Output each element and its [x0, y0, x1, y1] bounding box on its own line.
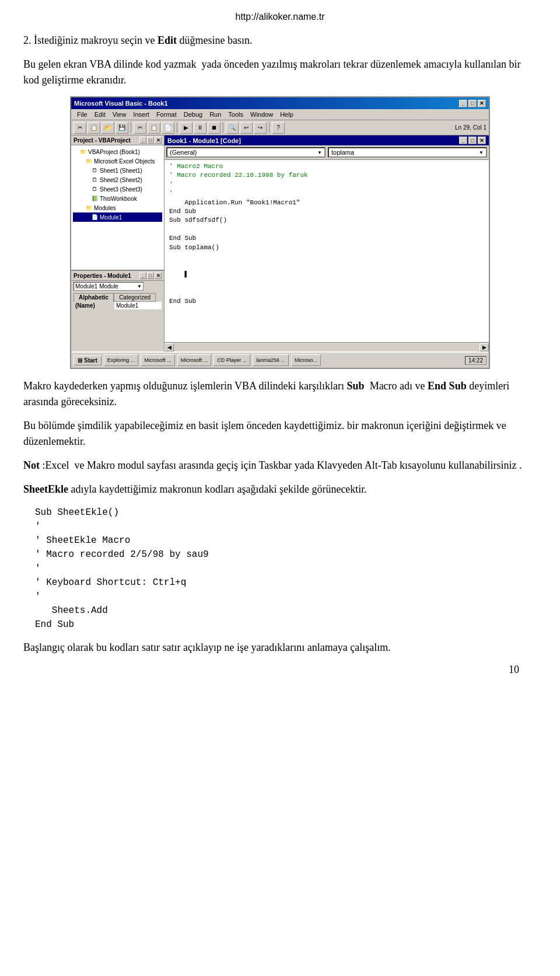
bold-sub: Sub [347, 380, 365, 392]
tree-item-sheet2[interactable]: 🗒 Sheet2 (Sheet2) [73, 175, 162, 184]
bold-not: Not [23, 459, 40, 471]
prop-cell-name-value[interactable]: Module1 [114, 302, 162, 309]
project-maximize[interactable]: □ [147, 137, 154, 144]
project-close[interactable]: ✕ [155, 137, 162, 144]
vba-project-tree: 📁 VBAProject (Book1) 📁 Microsoft Excel O… [71, 145, 164, 270]
scroll-left-btn[interactable]: ◀ [164, 343, 174, 351]
menu-window[interactable]: Window [247, 110, 276, 118]
taskbar-start-button[interactable]: ⊞ Start [74, 355, 102, 365]
taskbar-item-lanma[interactable]: lanma256 ... [253, 354, 289, 366]
prop-tab-alphabetic[interactable]: Alphabetic [74, 293, 114, 302]
paragraph-6: SheetEkle adıyla kaydettiğimiz makronun … [23, 482, 537, 497]
toolbar-btn-6[interactable]: 📋 [148, 122, 160, 134]
prop-tab-categorized[interactable]: Categorized [114, 293, 156, 302]
maximize-button[interactable]: □ [468, 100, 477, 107]
code-maximize-button[interactable]: □ [468, 137, 477, 144]
vba-code-scrollbar[interactable]: ◀ ▶ [164, 342, 489, 351]
menu-format[interactable]: Format [153, 110, 180, 118]
tree-label-7: Modules [94, 205, 116, 211]
code-line-7: Sub sdfsdfsdf() [169, 216, 484, 225]
toolbar-btn-9[interactable]: ↩ [240, 122, 253, 134]
toolbar-btn-8[interactable]: 🔍 [226, 122, 239, 134]
tree-item-sheet3[interactable]: 🗒 Sheet3 (Sheet3) [73, 184, 162, 194]
tree-label-3: Sheet1 (Sheet1) [100, 168, 142, 174]
code-line-8 [169, 225, 484, 234]
taskbar-item-micro[interactable]: Microso... [291, 354, 321, 366]
vba-title: Microsoft Visual Basic - Book1 [74, 100, 168, 107]
menu-run[interactable]: Run [206, 110, 225, 118]
code-block: Sub SheetEkle() ' ' SheetEkle Macro ' Ma… [35, 506, 537, 632]
tree-item-thisworkbook[interactable]: 📗 ThisWorkbook [73, 194, 162, 203]
menu-insert[interactable]: Insert [130, 110, 153, 118]
menu-debug[interactable]: Debug [180, 110, 206, 118]
vba-left-panel: Project - VBAProject _ □ ✕ 📁 VBAProject … [71, 135, 164, 351]
prop-maximize[interactable]: □ [147, 272, 154, 279]
menu-help[interactable]: Help [276, 110, 297, 118]
prop-minimize[interactable]: _ [139, 272, 146, 279]
tree-item-sheet1[interactable]: 🗒 Sheet1 (Sheet1) [73, 166, 162, 175]
toolbar-btn-11[interactable]: ? [272, 122, 285, 134]
toolbar-btn-7[interactable]: 📄 [162, 122, 174, 134]
toolbar-btn-1[interactable]: ✂ [74, 122, 86, 134]
taskbar-item-exploring[interactable]: Exploring ... [104, 354, 139, 366]
toolbar-separator-3 [223, 123, 223, 133]
tree-item-module1[interactable]: 📄 Module1 [73, 212, 162, 222]
code-title-label: Book1 - Module1 [Code] [167, 137, 241, 144]
vba-code-area[interactable]: ' Macro2 Macro ' Macro recorded 22.10.19… [164, 160, 489, 342]
tree-label-5: Sheet3 (Sheet3) [100, 186, 142, 193]
menu-edit[interactable]: Edit [91, 110, 109, 118]
vba-window: Microsoft Visual Basic - Book1 _ □ ✕ Fil… [70, 96, 490, 369]
toolbar-btn-2[interactable]: 📋 [88, 122, 100, 134]
toolbar-btn-run[interactable]: ▶ [180, 122, 192, 134]
code-minimize-button[interactable]: _ [459, 137, 467, 144]
prop-table: (Name) Module1 [74, 302, 162, 310]
toolbar-btn-5[interactable]: ✂ [134, 122, 146, 134]
prop-close[interactable]: ✕ [155, 272, 162, 279]
scroll-right-btn[interactable]: ▶ [480, 343, 489, 351]
prop-cell-name-label: (Name) [74, 302, 114, 309]
general-dropdown-label: (General) [170, 149, 197, 156]
taskbar-item-ms1[interactable]: Microsoft ... [141, 354, 175, 366]
vba-code-titlebar: Book1 - Module1 [Code] _ □ ✕ [164, 135, 489, 145]
module-icon: 📄 [90, 213, 99, 221]
prop-module-row: Module1 Module ▼ [71, 281, 164, 292]
tree-item-modules[interactable]: 📁 Modules [73, 203, 162, 212]
code-block-line-4: ' Macro recorded 2/5/98 by sau9 [35, 548, 537, 562]
page-number: 10 [509, 664, 519, 676]
menu-file[interactable]: File [74, 110, 91, 118]
code-line-4: ' [169, 189, 484, 198]
project-minimize[interactable]: _ [139, 137, 146, 144]
menu-view[interactable]: View [109, 110, 130, 118]
toolbar-separator-2 [177, 123, 177, 133]
tree-item-excel-objects[interactable]: 📁 Microsoft Excel Objects [73, 156, 162, 166]
toolbar-btn-3[interactable]: 📂 [102, 122, 114, 134]
tree-item-vbaproject[interactable]: 📁 VBAProject (Book1) [73, 147, 162, 156]
menu-tools[interactable]: Tools [225, 110, 247, 118]
taskbar-item-cd[interactable]: CD Player ... [214, 354, 250, 366]
toplama-dropdown[interactable]: toplama ▼ [328, 147, 487, 158]
tree-label-2: Microsoft Excel Objects [94, 158, 155, 165]
start-label: Start [84, 357, 97, 364]
minimize-button[interactable]: _ [459, 100, 467, 107]
code-block-line-3: ' SheetEkle Macro [35, 534, 537, 548]
code-close-button[interactable]: ✕ [478, 137, 486, 144]
prop-header-label: Properties - Module1 [74, 273, 131, 279]
paragraph-4: Bu bölümde şimdilik yapabileceğimiz en b… [23, 418, 537, 449]
toolbar-btn-10[interactable]: ↪ [254, 122, 267, 134]
vba-menubar: File Edit View Insert Format Debug Run T… [71, 109, 489, 120]
toolbar-btn-stop[interactable]: ⏹ [208, 122, 220, 134]
toolbar-btn-4[interactable]: 💾 [116, 122, 128, 134]
modules-icon: 📁 [85, 204, 93, 212]
general-dropdown[interactable]: (General) ▼ [166, 147, 326, 158]
prop-header-buttons: _ □ ✕ [139, 272, 162, 279]
tree-label: VBAProject (Book1) [88, 149, 140, 155]
taskbar-item-ms2[interactable]: Microsoft ... [177, 354, 212, 366]
wb-icon: 📗 [90, 194, 99, 203]
prop-tabs: Alphabetic Categorized [71, 292, 164, 302]
toolbar-btn-pause[interactable]: ⏸ [194, 122, 206, 134]
project-header-label: Project - VBAProject [74, 137, 131, 144]
code-block-line-1: Sub SheetEkle() [35, 506, 537, 520]
prop-module-dropdown[interactable]: Module1 Module ▼ [74, 282, 144, 291]
close-button[interactable]: ✕ [478, 100, 486, 107]
vba-right-panel: Book1 - Module1 [Code] _ □ ✕ (General) ▼… [164, 135, 489, 351]
